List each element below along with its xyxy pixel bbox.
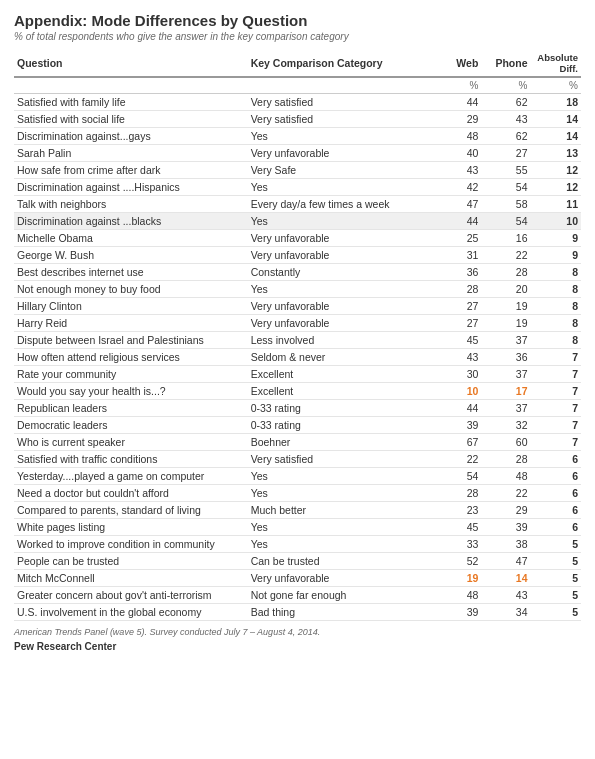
cell-phone: 20 (481, 281, 530, 298)
cell-web: 67 (432, 434, 481, 451)
cell-web: 27 (432, 298, 481, 315)
cell-web: 28 (432, 281, 481, 298)
table-row: Worked to improve condition in community… (14, 536, 581, 553)
cell-diff: 11 (531, 196, 582, 213)
cell-phone: 58 (481, 196, 530, 213)
cell-diff: 9 (531, 247, 582, 264)
cell-phone: 22 (481, 247, 530, 264)
cell-phone: 54 (481, 179, 530, 196)
cell-web: 30 (432, 366, 481, 383)
data-table: Question Key Comparison Category Web Pho… (14, 50, 581, 621)
cell-key: Very satisfied (248, 94, 432, 111)
cell-phone: 37 (481, 366, 530, 383)
cell-question: Discrimination against ...blacks (14, 213, 248, 230)
cell-question: Greater concern about gov't anti-terrori… (14, 587, 248, 604)
cell-web: 44 (432, 94, 481, 111)
cell-phone: 32 (481, 417, 530, 434)
cell-question: Republican leaders (14, 400, 248, 417)
cell-diff: 6 (531, 451, 582, 468)
cell-phone: 38 (481, 536, 530, 553)
cell-web: 23 (432, 502, 481, 519)
cell-question: Satisfied with social life (14, 111, 248, 128)
cell-web: 39 (432, 417, 481, 434)
cell-phone: 37 (481, 332, 530, 349)
cell-question: Mitch McConnell (14, 570, 248, 587)
cell-phone: 17 (481, 383, 530, 400)
cell-key: Not gone far enough (248, 587, 432, 604)
cell-diff: 8 (531, 281, 582, 298)
cell-phone: 55 (481, 162, 530, 179)
cell-web: 19 (432, 570, 481, 587)
cell-key: Bad thing (248, 604, 432, 621)
cell-web: 31 (432, 247, 481, 264)
cell-phone: 43 (481, 111, 530, 128)
cell-key: Very Safe (248, 162, 432, 179)
cell-web: 43 (432, 162, 481, 179)
cell-web: 54 (432, 468, 481, 485)
cell-question: Satisfied with traffic conditions (14, 451, 248, 468)
cell-key: Yes (248, 128, 432, 145)
cell-question: Yesterday....played a game on computer (14, 468, 248, 485)
cell-key: Very unfavorable (248, 570, 432, 587)
table-row: Not enough money to buy foodYes28208 (14, 281, 581, 298)
page-title: Appendix: Mode Differences by Question (14, 12, 581, 29)
cell-diff: 7 (531, 349, 582, 366)
col-abs-pct: % (531, 77, 582, 94)
cell-diff: 13 (531, 145, 582, 162)
table-row: White pages listingYes45396 (14, 519, 581, 536)
cell-web: 39 (432, 604, 481, 621)
cell-question: George W. Bush (14, 247, 248, 264)
cell-web: 48 (432, 587, 481, 604)
cell-question: Discrimination against ....Hispanics (14, 179, 248, 196)
table-row: George W. BushVery unfavorable31229 (14, 247, 581, 264)
cell-key: Yes (248, 468, 432, 485)
table-row: Dispute between Israel and PalestiniansL… (14, 332, 581, 349)
table-row: Discrimination against...gaysYes486214 (14, 128, 581, 145)
cell-question: Rate your community (14, 366, 248, 383)
cell-question: Discrimination against...gays (14, 128, 248, 145)
cell-phone: 19 (481, 315, 530, 332)
cell-phone: 22 (481, 485, 530, 502)
cell-phone: 39 (481, 519, 530, 536)
cell-question: How often attend religious services (14, 349, 248, 366)
cell-key: Very unfavorable (248, 247, 432, 264)
cell-web: 36 (432, 264, 481, 281)
cell-key: Can be trusted (248, 553, 432, 570)
cell-diff: 6 (531, 502, 582, 519)
cell-diff: 5 (531, 553, 582, 570)
cell-key: Excellent (248, 366, 432, 383)
cell-diff: 7 (531, 383, 582, 400)
cell-diff: 5 (531, 604, 582, 621)
table-row: Republican leaders0-33 rating44377 (14, 400, 581, 417)
table-row: Yesterday....played a game on computerYe… (14, 468, 581, 485)
cell-diff: 7 (531, 417, 582, 434)
cell-web: 47 (432, 196, 481, 213)
cell-web: 44 (432, 213, 481, 230)
subtitle: % of total respondents who give the answ… (14, 31, 581, 42)
cell-phone: 28 (481, 264, 530, 281)
cell-diff: 7 (531, 434, 582, 451)
footer-text: American Trends Panel (wave 5). Survey c… (14, 627, 581, 637)
cell-phone: 60 (481, 434, 530, 451)
cell-web: 43 (432, 349, 481, 366)
col-web: Web (432, 50, 481, 77)
cell-diff: 14 (531, 111, 582, 128)
cell-web: 28 (432, 485, 481, 502)
cell-diff: 12 (531, 179, 582, 196)
cell-web: 22 (432, 451, 481, 468)
table-row: Harry ReidVery unfavorable27198 (14, 315, 581, 332)
cell-key: Very unfavorable (248, 298, 432, 315)
cell-question: Michelle Obama (14, 230, 248, 247)
cell-diff: 18 (531, 94, 582, 111)
cell-key: Very unfavorable (248, 315, 432, 332)
cell-question: Need a doctor but couldn't afford (14, 485, 248, 502)
source-text: Pew Research Center (14, 641, 581, 652)
cell-question: Not enough money to buy food (14, 281, 248, 298)
cell-question: Worked to improve condition in community (14, 536, 248, 553)
cell-key: 0-33 rating (248, 400, 432, 417)
table-row: Discrimination against ...blacksYes44541… (14, 213, 581, 230)
cell-web: 52 (432, 553, 481, 570)
cell-question: How safe from crime after dark (14, 162, 248, 179)
cell-phone: 29 (481, 502, 530, 519)
cell-phone: 36 (481, 349, 530, 366)
